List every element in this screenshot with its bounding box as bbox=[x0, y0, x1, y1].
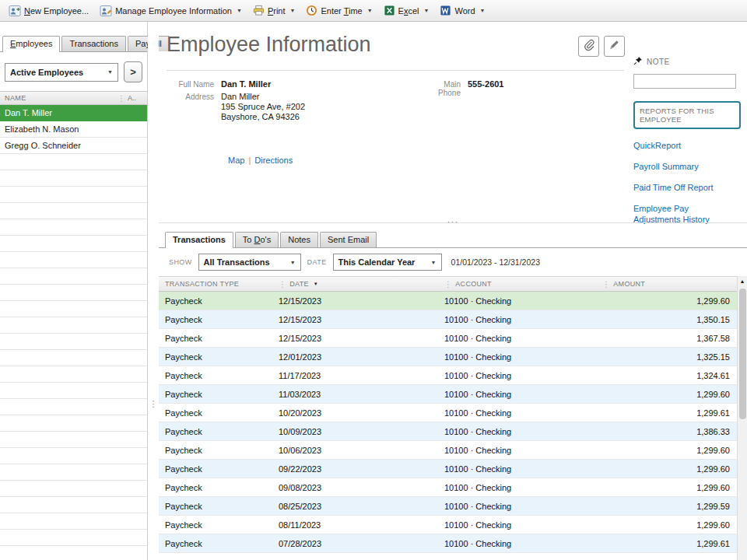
toolbar: New Employee...Manage Employee Informati… bbox=[0, 0, 747, 22]
print-icon bbox=[253, 5, 265, 16]
attachment-column-header[interactable]: ⋮ A.. bbox=[117, 94, 147, 103]
transaction-account-cell: 10100 · Checking bbox=[438, 464, 596, 474]
report-link-quickreport[interactable]: QuickReport bbox=[633, 140, 736, 151]
transaction-type-cell: Paycheck bbox=[159, 371, 272, 380]
pencil-icon bbox=[608, 39, 620, 54]
transaction-row[interactable]: Paycheck08/25/202310100 · Checking1,299.… bbox=[159, 497, 737, 516]
employee-row-empty[interactable] bbox=[0, 530, 147, 546]
employee-row-empty[interactable] bbox=[0, 350, 147, 366]
transaction-row[interactable]: Paycheck07/28/202310100 · Checking1,299.… bbox=[159, 534, 737, 553]
toolbar-print-button[interactable]: Print▼ bbox=[247, 0, 301, 21]
transactions-pane: TransactionsTo Do'sNotesSent Email SHOW … bbox=[159, 232, 747, 560]
toolbar-excel-button[interactable]: Excel▼ bbox=[378, 0, 435, 21]
address-line-1: Dan Miller bbox=[221, 92, 305, 102]
employee-row-empty[interactable] bbox=[0, 236, 147, 252]
date-dropdown[interactable]: This Calendar Year ▼ bbox=[333, 254, 442, 271]
toolbar-manage-employee-button[interactable]: Manage Employee Information▼ bbox=[94, 0, 247, 21]
employee-row-empty[interactable] bbox=[0, 252, 147, 268]
toolbar-word-button[interactable]: Word▼ bbox=[434, 0, 490, 21]
transaction-row[interactable]: Paycheck12/15/202310100 · Checking1,299.… bbox=[159, 292, 737, 310]
employee-row-empty[interactable] bbox=[0, 301, 147, 317]
employee-row-empty[interactable] bbox=[0, 268, 147, 285]
employee-row-empty[interactable] bbox=[0, 187, 147, 203]
employee-row[interactable]: Dan T. Miller bbox=[0, 105, 147, 121]
transaction-row[interactable]: Paycheck11/17/202310100 · Checking1,324.… bbox=[159, 366, 737, 385]
transaction-row[interactable]: Paycheck10/20/202310100 · Checking1,299.… bbox=[159, 404, 737, 422]
directions-link[interactable]: Directions bbox=[254, 156, 293, 165]
report-link-employee-pay-adjustments-history[interactable]: Employee Pay Adjustments History bbox=[633, 203, 736, 225]
sidebar-tab-transactions[interactable]: Transactions bbox=[61, 36, 126, 51]
transaction-type-cell: Paycheck bbox=[159, 483, 272, 492]
report-link-paid-time-off-report[interactable]: Paid Time Off Report bbox=[633, 182, 736, 193]
transaction-row[interactable]: Paycheck12/01/202310100 · Checking1,325.… bbox=[159, 348, 737, 366]
amount-column-header[interactable]: ⋮ AMOUNT bbox=[596, 280, 737, 289]
transaction-amount-cell: 1,386.33 bbox=[596, 427, 737, 436]
employee-row[interactable]: Elizabeth N. Mason bbox=[0, 121, 147, 138]
employee-row-empty[interactable] bbox=[0, 170, 147, 187]
employee-row-empty[interactable] bbox=[0, 203, 147, 219]
employee-row-empty[interactable] bbox=[0, 513, 147, 530]
employee-row-empty[interactable] bbox=[0, 383, 147, 399]
note-panel: NOTE REPORTS FOR THIS EMPLOYEE QuickRepo… bbox=[632, 22, 747, 222]
employee-row-empty[interactable] bbox=[0, 219, 147, 236]
account-column-header[interactable]: ⋮ ACCOUNT bbox=[438, 280, 596, 289]
transaction-row[interactable]: Paycheck12/15/202310100 · Checking1,367.… bbox=[159, 329, 737, 348]
address-label: Address bbox=[167, 92, 221, 122]
date-column-header[interactable]: ⋮ DATE ▼ bbox=[272, 280, 438, 289]
report-link-payroll-summary[interactable]: Payroll Summary bbox=[633, 161, 736, 172]
employee-row-empty[interactable] bbox=[0, 285, 147, 301]
employee-row-empty[interactable] bbox=[0, 154, 147, 170]
name-column-header[interactable]: NAME bbox=[0, 94, 117, 102]
transactions-table-left: TRANSACTION TYPE ⋮ DATE ▼ ⋮ ACCOUNT bbox=[159, 276, 737, 560]
employee-row-empty[interactable] bbox=[0, 399, 147, 415]
transaction-row[interactable]: Paycheck09/08/202310100 · Checking1,299.… bbox=[159, 478, 737, 497]
toolbar-new-employee-button[interactable]: New Employee... bbox=[3, 0, 94, 21]
employee-row[interactable]: Gregg O. Schneider bbox=[0, 138, 147, 154]
expand-list-button[interactable]: > bbox=[124, 61, 142, 82]
map-link[interactable]: Map bbox=[228, 156, 244, 165]
edit-employee-button[interactable] bbox=[604, 36, 625, 57]
transactions-tab-transactions[interactable]: Transactions bbox=[165, 232, 233, 248]
transaction-date-cell: 10/06/2023 bbox=[272, 446, 438, 455]
employee-row-empty[interactable] bbox=[0, 464, 147, 481]
active-employees-dropdown[interactable]: Active Employees ▼ bbox=[5, 63, 118, 82]
splitter-handle-icon: ··· bbox=[447, 216, 459, 227]
transaction-date-cell: 12/15/2023 bbox=[272, 315, 438, 324]
employee-row-empty[interactable] bbox=[0, 546, 147, 560]
employee-row-empty[interactable] bbox=[0, 415, 147, 432]
horizontal-splitter[interactable]: ··· bbox=[159, 222, 747, 232]
employee-row-empty[interactable] bbox=[0, 448, 147, 464]
employee-row-empty[interactable] bbox=[0, 317, 147, 334]
note-input[interactable] bbox=[633, 74, 736, 89]
transaction-row[interactable]: Paycheck09/22/202310100 · Checking1,299.… bbox=[159, 460, 737, 478]
transactions-tab-notes[interactable]: Notes bbox=[280, 232, 318, 247]
transactions-tab-sent-email[interactable]: Sent Email bbox=[320, 232, 377, 247]
scroll-up-icon[interactable]: ▲ bbox=[740, 276, 745, 287]
attach-file-button[interactable] bbox=[578, 36, 599, 57]
transaction-row[interactable]: Paycheck11/03/202310100 · Checking1,299.… bbox=[159, 385, 737, 404]
transaction-row[interactable]: Paycheck10/09/202310100 · Checking1,386.… bbox=[159, 422, 737, 441]
vertical-splitter[interactable]: ⋮ bbox=[148, 22, 159, 560]
note-header: NOTE bbox=[633, 54, 744, 68]
employee-row-empty[interactable] bbox=[0, 366, 147, 383]
transactions-tab-to-do-s[interactable]: To Do's bbox=[235, 232, 279, 247]
scrollbar-thumb[interactable] bbox=[739, 289, 746, 419]
employee-row-empty[interactable] bbox=[0, 334, 147, 350]
show-dropdown[interactable]: All Transactions ▼ bbox=[198, 254, 301, 271]
transaction-row[interactable]: Paycheck08/11/202310100 · Checking1,299.… bbox=[159, 516, 737, 534]
column-separator-icon: ⋮ bbox=[602, 280, 610, 289]
transaction-date-cell: 09/08/2023 bbox=[272, 483, 438, 492]
transaction-type-column-header[interactable]: TRANSACTION TYPE bbox=[159, 280, 272, 288]
sidebar-tab-employees[interactable]: Employees bbox=[2, 36, 60, 52]
employee-row-empty[interactable] bbox=[0, 432, 147, 448]
transaction-amount-cell: 1,299.60 bbox=[596, 483, 737, 492]
transaction-row[interactable]: Paycheck10/06/202310100 · Checking1,299.… bbox=[159, 441, 737, 460]
chevron-down-icon: ▼ bbox=[431, 260, 437, 265]
transaction-row[interactable]: Paycheck12/15/202310100 · Checking1,350.… bbox=[159, 310, 737, 329]
employee-row-empty[interactable] bbox=[0, 481, 147, 497]
employee-row-empty[interactable] bbox=[0, 497, 147, 513]
table-scrollbar[interactable]: ▲ bbox=[737, 276, 747, 560]
transactions-table-header: TRANSACTION TYPE ⋮ DATE ▼ ⋮ ACCOUNT bbox=[159, 276, 737, 292]
transaction-amount-cell: 1,299.60 bbox=[596, 390, 737, 399]
toolbar-enter-time-button[interactable]: Enter Time▼ bbox=[300, 0, 377, 21]
